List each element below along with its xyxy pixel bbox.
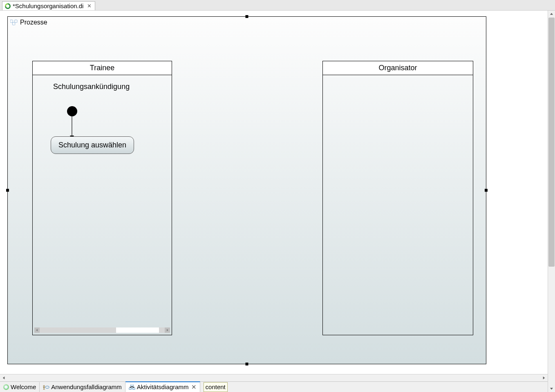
- svg-marker-6: [167, 329, 168, 332]
- svg-point-14: [45, 386, 49, 388]
- svg-point-9: [43, 385, 45, 387]
- svg-marker-8: [543, 376, 545, 379]
- activity-diagram-icon: [129, 384, 135, 390]
- activity-frame[interactable]: Prozesse Trainee Schulungsankündigung: [7, 16, 486, 364]
- svg-marker-23: [550, 388, 553, 390]
- swimlane-scrollbar[interactable]: [34, 327, 170, 333]
- editor-wrap: Prozesse Trainee Schulungsankündigung: [0, 11, 555, 392]
- tab-usecase-diagram[interactable]: Anwendungsfalldiagramm: [40, 382, 125, 392]
- tab-activity-diagram[interactable]: Aktivitätsdiagramm ✕: [125, 381, 200, 392]
- scroll-left-button[interactable]: [0, 374, 7, 381]
- scroll-right-button[interactable]: [540, 374, 547, 381]
- svg-rect-15: [130, 385, 133, 386]
- swimlane-trainee[interactable]: Trainee Schulungsankündigung Schulung au…: [32, 61, 172, 335]
- svg-rect-17: [132, 388, 135, 390]
- file-tab[interactable]: *Schulungsorganisation.di ✕: [2, 1, 95, 10]
- tab-content[interactable]: content: [204, 382, 228, 392]
- tab-label: Welcome: [11, 383, 36, 390]
- resize-handle-left[interactable]: [6, 189, 9, 192]
- swimlane-header[interactable]: Trainee: [33, 61, 172, 75]
- svg-marker-5: [36, 329, 38, 332]
- scroll-left-icon[interactable]: [34, 327, 40, 333]
- scroll-thumb[interactable]: [548, 18, 555, 267]
- close-icon[interactable]: ✕: [87, 3, 92, 9]
- resize-handle-top[interactable]: [246, 15, 248, 18]
- scroll-up-button[interactable]: [548, 11, 555, 18]
- scroll-thumb[interactable]: [116, 327, 159, 333]
- horizontal-scrollbar[interactable]: [0, 374, 548, 381]
- vertical-scrollbar[interactable]: [548, 11, 555, 392]
- svg-rect-16: [129, 388, 132, 390]
- tab-welcome[interactable]: Welcome: [0, 382, 40, 392]
- scroll-track[interactable]: [548, 18, 555, 385]
- svg-rect-1: [15, 20, 17, 22]
- tab-label: content: [206, 383, 226, 390]
- scroll-right-icon[interactable]: [165, 327, 170, 333]
- frame-title: Prozesse: [10, 19, 47, 26]
- svg-marker-7: [3, 376, 5, 379]
- close-icon[interactable]: ✕: [191, 383, 197, 391]
- swimlane-body[interactable]: [323, 75, 473, 334]
- papyrus-icon: [5, 3, 11, 9]
- swimlane-body[interactable]: Schulungsankündigung Schulung auswählen: [33, 75, 172, 334]
- bottom-tab-bar: Welcome Anwendungsfalldiagramm Aktivität…: [0, 381, 548, 392]
- control-flow-arrow[interactable]: [72, 116, 72, 136]
- diagram-canvas[interactable]: Prozesse Trainee Schulungsankündigung: [0, 11, 548, 374]
- svg-marker-22: [550, 13, 553, 15]
- signal-receive-label[interactable]: Schulungsankündigung: [53, 82, 130, 91]
- action-node[interactable]: Schulung auswählen: [51, 136, 134, 154]
- activity-diagram-frame-icon: [10, 20, 18, 25]
- usecase-diagram-icon: [43, 384, 49, 390]
- swimlane-header[interactable]: Organisator: [323, 61, 473, 75]
- swimlane-organisator[interactable]: Organisator: [322, 61, 473, 335]
- editor-tab-bar: *Schulungsorganisation.di ✕: [0, 0, 555, 11]
- resize-handle-bottom[interactable]: [246, 363, 248, 365]
- svg-rect-2: [12, 22, 15, 25]
- scroll-down-button[interactable]: [548, 385, 555, 392]
- welcome-icon: [3, 384, 9, 390]
- svg-rect-0: [10, 20, 13, 22]
- frame-label: Prozesse: [20, 19, 47, 26]
- tab-label: Aktivitätsdiagramm: [137, 383, 189, 390]
- file-tab-title: *Schulungsorganisation.di: [13, 2, 83, 9]
- tab-label: Anwendungsfalldiagramm: [51, 383, 122, 390]
- resize-handle-right[interactable]: [485, 189, 488, 192]
- editor-area: Prozesse Trainee Schulungsankündigung: [0, 11, 548, 392]
- svg-line-13: [44, 389, 45, 390]
